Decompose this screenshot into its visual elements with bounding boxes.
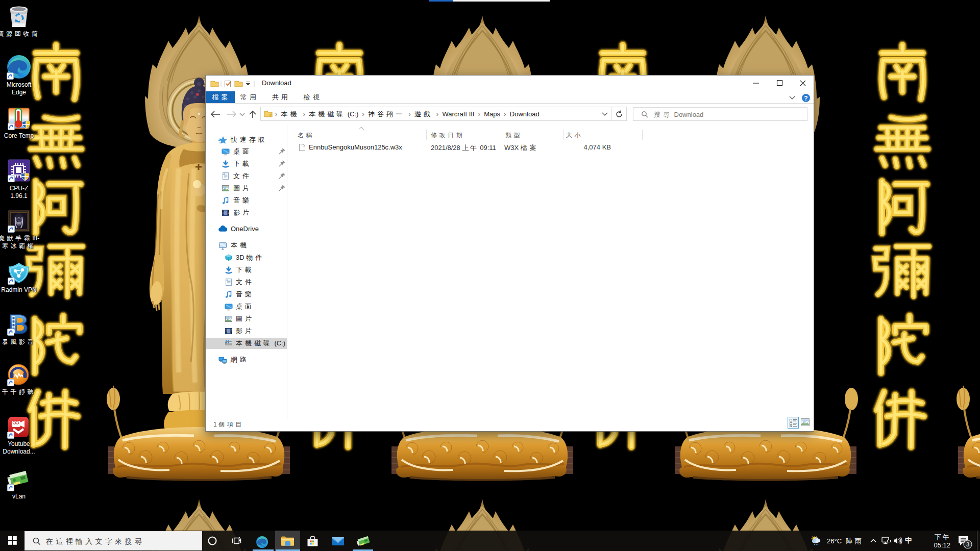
svg-text:3: 3 bbox=[966, 541, 969, 547]
svg-text:?: ? bbox=[804, 95, 807, 102]
